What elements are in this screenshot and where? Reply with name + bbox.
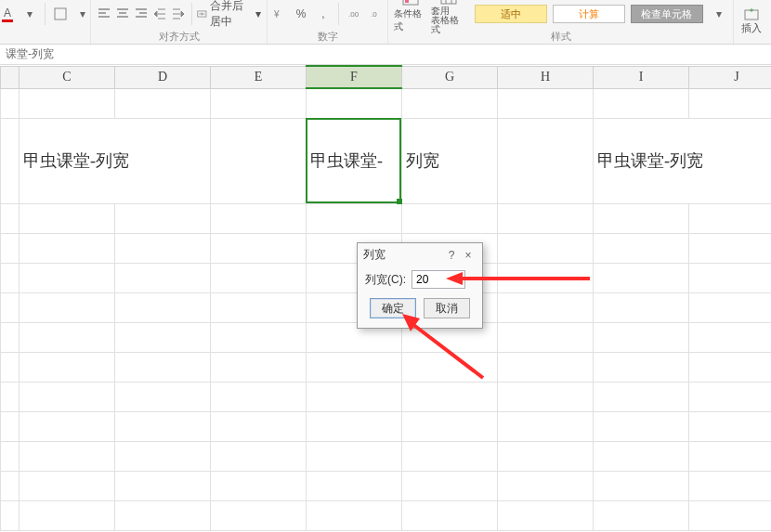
ribbon-group-font: A ▾ ▾ xyxy=(0,0,91,44)
col-header-d[interactable]: D xyxy=(115,66,211,88)
table-row xyxy=(1,471,772,500)
cancel-button[interactable]: 取消 xyxy=(424,298,470,318)
currency-button[interactable]: ¥ xyxy=(269,5,288,23)
merge-dropdown-icon: ▾ xyxy=(255,7,261,20)
table-row xyxy=(1,441,772,471)
styles-more-icon[interactable]: ▾ xyxy=(711,5,727,23)
ribbon-group-styles: 条件格式 套用 表格格式 适中 计算 检查单元格 ▾ 样式 xyxy=(388,0,734,44)
ribbon-group-number: ¥ % , .00 .0 数字 xyxy=(268,0,388,44)
ok-button[interactable]: 确定 xyxy=(370,298,416,318)
svg-text:.00: .00 xyxy=(348,10,359,19)
col-header-h[interactable]: H xyxy=(498,66,594,88)
cell[interactable]: 列宽 xyxy=(402,118,498,203)
insert-icon xyxy=(743,8,760,21)
table-row xyxy=(1,500,772,530)
corner-cell[interactable] xyxy=(1,66,20,88)
align-left-icon[interactable] xyxy=(97,5,111,23)
formula-bar-text: 课堂-列宽 xyxy=(6,46,54,62)
col-header-e[interactable]: E xyxy=(211,66,307,88)
comma-button[interactable]: , xyxy=(314,5,333,23)
ribbon-group-styles-label: 样式 xyxy=(551,30,571,44)
align-right-icon[interactable] xyxy=(134,5,149,23)
col-header-c[interactable]: C xyxy=(20,66,115,88)
cond-format-icon xyxy=(402,0,419,6)
ribbon-group-number-label: 数字 xyxy=(318,30,338,44)
column-width-dialog: 列宽 ? × 列宽(C): 确定 取消 xyxy=(357,242,483,329)
border-button[interactable] xyxy=(51,5,70,23)
dialog-titlebar[interactable]: 列宽 ? × xyxy=(358,243,482,266)
table-format-icon xyxy=(440,0,457,5)
font-color-button[interactable]: A xyxy=(0,5,17,23)
svg-rect-7 xyxy=(441,0,456,4)
merge-icon xyxy=(197,7,207,20)
column-width-input[interactable] xyxy=(412,270,465,289)
table-row xyxy=(1,88,772,118)
col-header-g[interactable]: G xyxy=(402,66,498,88)
increase-decimal-icon[interactable]: .00 xyxy=(345,5,363,23)
align-center-icon[interactable] xyxy=(115,5,130,23)
svg-text:¥: ¥ xyxy=(273,9,280,19)
dialog-help-button[interactable]: ? xyxy=(443,249,460,262)
col-header-i[interactable]: I xyxy=(594,66,689,88)
table-row xyxy=(1,411,772,441)
cell[interactable]: 甲虫课堂- xyxy=(307,118,402,203)
table-format-button[interactable]: 套用 表格格式 xyxy=(431,0,464,34)
decrease-decimal-icon[interactable]: .0 xyxy=(367,5,386,23)
col-header-f[interactable]: F xyxy=(307,66,402,88)
svg-rect-6 xyxy=(405,0,409,3)
merge-label: 合并后居中 xyxy=(210,0,253,30)
svg-rect-0 xyxy=(55,8,66,19)
style-calc[interactable]: 计算 xyxy=(553,5,625,23)
dialog-title: 列宽 xyxy=(363,247,443,263)
ribbon: A ▾ ▾ 合并后居中 ▾ 对齐方式 ¥ % xyxy=(0,0,771,45)
ribbon-group-align: 合并后居中 ▾ 对齐方式 xyxy=(91,0,268,44)
ribbon-group-align-label: 对齐方式 xyxy=(159,30,200,44)
style-good[interactable]: 适中 xyxy=(475,5,547,23)
conditional-format-button[interactable]: 条件格式 xyxy=(394,0,427,33)
table-row: 甲虫课堂-列宽 甲虫课堂- 列宽 甲虫课堂-列宽 xyxy=(1,118,772,203)
font-dropdown[interactable]: ▾ xyxy=(20,5,39,23)
merge-center-button[interactable]: 合并后居中 ▾ xyxy=(197,0,261,30)
col-header-j[interactable]: J xyxy=(689,66,772,88)
formula-bar[interactable]: 课堂-列宽 xyxy=(0,45,771,65)
svg-text:.0: .0 xyxy=(371,10,377,19)
ribbon-insert-button[interactable]: 插入 xyxy=(734,0,769,44)
cell[interactable]: 甲虫课堂-列宽 xyxy=(594,118,689,203)
style-check[interactable]: 检查单元格 xyxy=(631,5,703,23)
table-row xyxy=(1,352,772,382)
border-dropdown[interactable]: ▾ xyxy=(73,5,92,23)
percent-button[interactable]: % xyxy=(292,5,310,23)
table-row xyxy=(1,203,772,233)
column-header-row: C D E F G H I J xyxy=(1,66,772,88)
indent-right-icon[interactable] xyxy=(171,5,186,23)
cell[interactable]: 甲虫课堂-列宽 xyxy=(20,118,115,203)
column-width-label: 列宽(C): xyxy=(365,272,406,288)
table-row xyxy=(1,382,772,411)
indent-left-icon[interactable] xyxy=(152,5,167,23)
dialog-close-button[interactable]: × xyxy=(460,249,477,262)
